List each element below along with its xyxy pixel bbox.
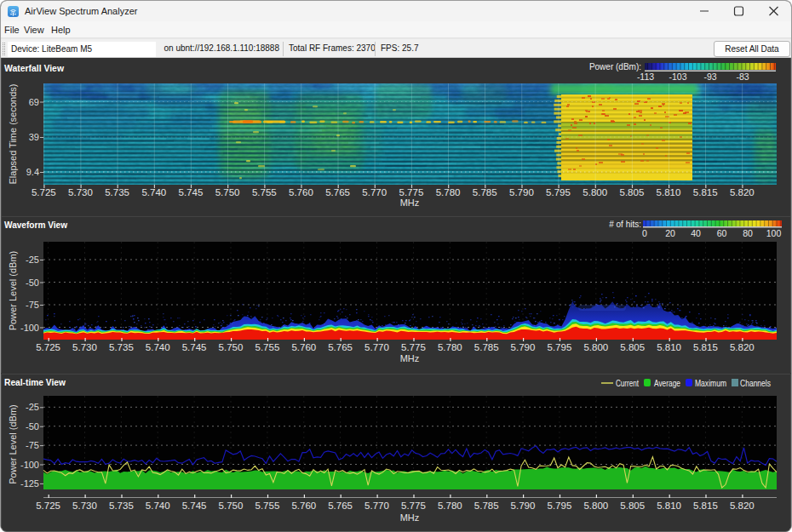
svg-text:MHz: MHz	[400, 353, 420, 363]
svg-text:5.810: 5.810	[657, 501, 681, 511]
svg-text:5.780: 5.780	[438, 501, 462, 511]
svg-text:5.790: 5.790	[511, 342, 536, 352]
svg-text:5.805: 5.805	[620, 187, 645, 197]
svg-text:5.750: 5.750	[219, 342, 244, 352]
svg-text:MHz: MHz	[400, 197, 420, 208]
svg-text:5.780: 5.780	[438, 342, 462, 352]
svg-text:5.760: 5.760	[291, 342, 316, 352]
svg-text:Waterfall View: Waterfall View	[4, 63, 64, 73]
svg-text:5.785: 5.785	[474, 342, 499, 352]
svg-text:Maximum: Maximum	[695, 379, 726, 388]
svg-text:5.820: 5.820	[730, 187, 755, 197]
svg-text:5.810: 5.810	[657, 187, 681, 197]
svg-text:5.770: 5.770	[364, 501, 389, 511]
svg-text:5.800: 5.800	[583, 187, 607, 197]
svg-text:5.785: 5.785	[473, 187, 497, 197]
svg-text:5.740: 5.740	[141, 187, 166, 197]
svg-text:80: 80	[743, 228, 753, 238]
svg-text:5.775: 5.775	[399, 187, 424, 197]
svg-text:5.805: 5.805	[620, 342, 645, 352]
svg-text:5.820: 5.820	[730, 501, 755, 511]
svg-text:5.770: 5.770	[364, 342, 389, 352]
svg-text:5.765: 5.765	[325, 187, 350, 197]
svg-text:5.755: 5.755	[255, 342, 280, 352]
svg-text:# of hits:: # of hits:	[609, 220, 641, 229]
svg-text:Channels: Channels	[740, 379, 771, 388]
svg-text:5.785: 5.785	[474, 501, 499, 511]
svg-text:-75: -75	[26, 440, 39, 450]
svg-text:5.725: 5.725	[32, 187, 56, 197]
svg-text:-113: -113	[637, 72, 654, 82]
svg-text:5.735: 5.735	[109, 342, 134, 352]
svg-text:5.735: 5.735	[109, 501, 134, 511]
svg-text:20: 20	[665, 228, 675, 238]
svg-text:-50: -50	[26, 277, 39, 288]
svg-text:60: 60	[717, 228, 727, 238]
svg-text:-103: -103	[669, 72, 686, 82]
svg-text:5.815: 5.815	[693, 187, 718, 197]
svg-text:-83: -83	[736, 72, 749, 82]
svg-text:-93: -93	[703, 72, 716, 82]
svg-text:5.820: 5.820	[730, 342, 755, 352]
svg-text:5.760: 5.760	[289, 187, 313, 197]
svg-text:-100: -100	[20, 323, 39, 333]
svg-text:-50: -50	[26, 421, 39, 432]
svg-text:5.770: 5.770	[362, 187, 387, 197]
svg-text:-25: -25	[26, 255, 39, 265]
svg-text:5.730: 5.730	[68, 187, 93, 197]
svg-text:-125: -125	[20, 478, 39, 489]
svg-text:5.755: 5.755	[255, 501, 280, 511]
svg-text:5.745: 5.745	[182, 342, 207, 352]
svg-text:5.750: 5.750	[215, 187, 240, 197]
svg-text:5.815: 5.815	[693, 342, 718, 352]
svg-text:5.780: 5.780	[436, 187, 461, 197]
svg-text:5.745: 5.745	[179, 187, 204, 197]
svg-text:Power (dBm):: Power (dBm):	[589, 62, 641, 72]
svg-text:Power Level (dBm): Power Level (dBm)	[8, 251, 18, 331]
svg-text:5.725: 5.725	[36, 342, 60, 352]
svg-text:5.790: 5.790	[509, 187, 534, 197]
svg-text:5.755: 5.755	[252, 187, 277, 197]
svg-text:5.740: 5.740	[146, 501, 170, 511]
svg-text:5.805: 5.805	[620, 501, 645, 511]
svg-text:5.745: 5.745	[182, 501, 207, 511]
svg-text:5.795: 5.795	[548, 501, 572, 511]
svg-text:0: 0	[642, 228, 647, 238]
svg-text:Waveform View: Waveform View	[4, 220, 67, 230]
svg-text:5.790: 5.790	[511, 501, 536, 511]
svg-text:5.750: 5.750	[219, 501, 244, 511]
svg-text:5.765: 5.765	[328, 501, 353, 511]
svg-text:-75: -75	[26, 300, 39, 310]
svg-text:Elapsed Time (seconds): Elapsed Time (seconds)	[8, 84, 18, 185]
svg-text:Current: Current	[616, 379, 639, 388]
svg-text:5.815: 5.815	[693, 501, 718, 511]
svg-text:5.775: 5.775	[401, 342, 426, 352]
svg-text:-100: -100	[20, 460, 39, 470]
svg-text:5.800: 5.800	[583, 342, 608, 352]
svg-text:100: 100	[766, 228, 782, 238]
svg-text:9.4: 9.4	[26, 167, 39, 177]
svg-text:5.725: 5.725	[36, 501, 60, 511]
svg-text:5.740: 5.740	[146, 342, 170, 352]
svg-text:5.730: 5.730	[72, 501, 97, 511]
svg-text:69: 69	[29, 97, 39, 107]
svg-text:5.810: 5.810	[657, 342, 681, 352]
svg-text:5.765: 5.765	[328, 342, 353, 352]
svg-text:5.795: 5.795	[548, 342, 572, 352]
svg-text:Average: Average	[654, 379, 680, 388]
svg-text:5.795: 5.795	[546, 187, 571, 197]
svg-text:39: 39	[29, 132, 39, 142]
svg-text:5.775: 5.775	[401, 501, 426, 511]
svg-text:Real-time View: Real-time View	[4, 377, 66, 387]
svg-text:MHz: MHz	[400, 512, 420, 523]
svg-text:40: 40	[691, 228, 701, 238]
svg-text:5.730: 5.730	[72, 342, 97, 352]
svg-text:-25: -25	[26, 402, 39, 412]
svg-text:Power Level (dBm): Power Level (dBm)	[8, 404, 18, 484]
svg-text:5.800: 5.800	[583, 501, 608, 511]
svg-text:5.735: 5.735	[105, 187, 129, 197]
svg-text:5.760: 5.760	[291, 501, 316, 511]
